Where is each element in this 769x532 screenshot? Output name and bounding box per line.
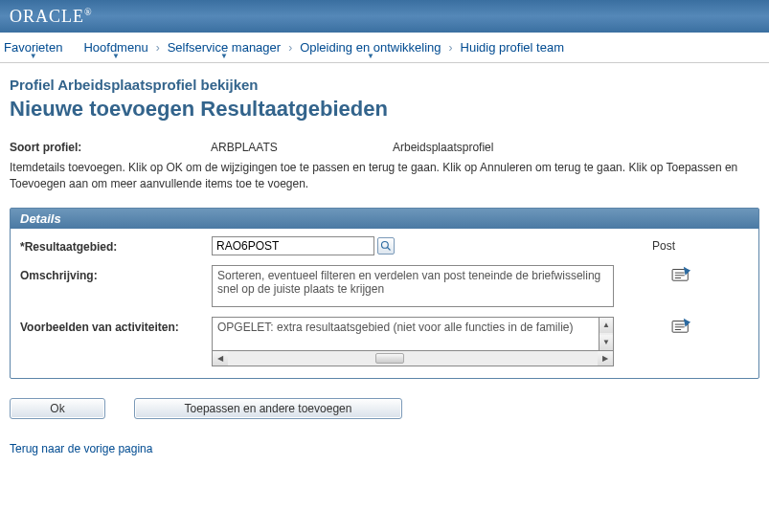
edit-long-text-icon[interactable] bbox=[671, 317, 692, 334]
vertical-scrollbar: ▲ ▼ bbox=[599, 317, 614, 351]
scroll-down-button[interactable]: ▼ bbox=[599, 335, 613, 350]
details-panel: Details *Resultaatgebied: Post Omschrijv… bbox=[10, 208, 759, 379]
edit-long-text-icon[interactable] bbox=[671, 265, 692, 282]
profile-type-row: Soort profiel: ARBPLAATS Arbeidsplaatspr… bbox=[10, 141, 759, 154]
lookup-button[interactable] bbox=[377, 237, 395, 255]
dropdown-caret-icon[interactable]: ▼ bbox=[112, 52, 120, 60]
profile-type-label: Soort profiel: bbox=[10, 141, 211, 154]
svg-line-1 bbox=[388, 247, 391, 250]
result-area-label: *Resultaatgebied: bbox=[20, 236, 212, 254]
description-label: Omschrijving: bbox=[20, 265, 212, 282]
scroll-up-button[interactable]: ▲ bbox=[599, 318, 613, 333]
instructions-text: Itemdetails toevoegen. Klik op OK om de … bbox=[10, 160, 759, 192]
breadcrumb-current[interactable]: Huidig profiel team bbox=[461, 40, 564, 55]
chevron-right-icon: › bbox=[156, 41, 160, 55]
scroll-thumb[interactable] bbox=[375, 353, 404, 364]
chevron-right-icon: › bbox=[449, 41, 453, 55]
scroll-left-button[interactable]: ◀ bbox=[213, 351, 228, 366]
details-header: Details bbox=[11, 209, 758, 229]
result-area-input[interactable] bbox=[212, 236, 374, 255]
page-title: Nieuwe toevoegen Resultaatgebieden bbox=[10, 97, 759, 122]
dropdown-caret-icon[interactable]: ▼ bbox=[220, 52, 228, 60]
ok-button[interactable]: Ok bbox=[10, 398, 105, 419]
description-textarea[interactable] bbox=[212, 265, 614, 307]
dropdown-caret-icon[interactable]: ▼ bbox=[367, 52, 374, 60]
activities-textarea[interactable] bbox=[212, 317, 599, 351]
back-link[interactable]: Terug naar de vorige pagina bbox=[10, 442, 152, 455]
activities-label: Voorbeelden van activiteiten: bbox=[20, 317, 212, 334]
oracle-logo: ORACLE® bbox=[10, 7, 93, 27]
svg-point-0 bbox=[382, 241, 389, 248]
scroll-track[interactable] bbox=[228, 351, 598, 366]
result-area-desc: Post bbox=[614, 239, 671, 253]
search-icon bbox=[380, 240, 392, 252]
app-header: ORACLE® bbox=[0, 0, 769, 33]
chevron-right-icon: › bbox=[288, 41, 292, 55]
breadcrumb: Favorieten ▼ Hoofdmenu ▼ › Selfservice m… bbox=[0, 33, 769, 63]
section-title: Profiel Arbeidsplaatsprofiel bekijken bbox=[10, 77, 759, 93]
profile-type-desc: Arbeidsplaatsprofiel bbox=[393, 141, 493, 154]
horizontal-scrollbar: ◀ ▶ bbox=[212, 351, 614, 366]
scroll-right-button[interactable]: ▶ bbox=[598, 351, 613, 366]
dropdown-caret-icon[interactable]: ▼ bbox=[30, 52, 37, 60]
apply-and-add-button[interactable]: Toepassen en andere toevoegen bbox=[134, 398, 402, 419]
profile-type-code: ARBPLAATS bbox=[211, 141, 393, 154]
